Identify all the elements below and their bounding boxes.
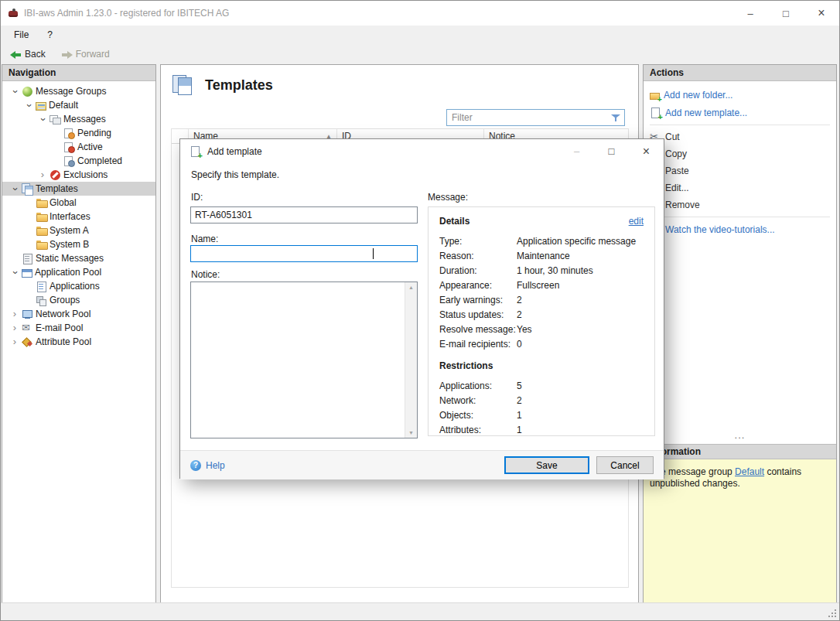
tree-item-e-mail-pool[interactable]: ›E-mail Pool [2, 321, 155, 335]
minimize-icon[interactable]: – [732, 1, 768, 26]
detail-value: 0 [517, 339, 522, 350]
maximize-icon[interactable]: □ [768, 1, 804, 26]
templates-icon [22, 183, 33, 195]
scroll-up-icon[interactable] [408, 285, 414, 290]
add-folder-icon [650, 93, 660, 100]
tree-item-completed[interactable]: Completed [2, 154, 155, 168]
navigation-panel: Navigation ›Message Groups›Default›Messa… [2, 64, 156, 603]
tree-item-templates[interactable]: ›Templates [2, 182, 155, 196]
tree-item-label: Global [50, 197, 77, 208]
tree-item-label: E-mail Pool [36, 322, 83, 333]
tree-item-label: Completed [77, 155, 122, 166]
tree-item-static-messages[interactable]: Static Messages [2, 251, 155, 265]
chevron-down-icon[interactable]: › [9, 184, 21, 193]
tree-item-label: Messages [63, 114, 106, 125]
tree-item-message-groups[interactable]: ›Message Groups [2, 84, 155, 98]
dialog-close-icon[interactable]: × [629, 139, 664, 163]
tree-item-label: Templates [36, 183, 78, 194]
panel-splitter[interactable]: ... [644, 432, 836, 441]
tree-item-messages[interactable]: ›Messages [2, 112, 155, 126]
chevron-down-icon[interactable]: › [37, 114, 49, 124]
action-cut[interactable]: Cut [644, 128, 836, 145]
tree-item-exclusions[interactable]: ›Exclusions [2, 168, 155, 182]
restrictions-header: Restrictions [439, 360, 644, 371]
action-remove[interactable]: Remove [644, 196, 836, 213]
cancel-button[interactable]: Cancel [596, 456, 654, 474]
resize-grip[interactable] [827, 608, 836, 617]
text-caret [373, 248, 374, 259]
notice-textarea[interactable] [190, 281, 418, 438]
tree-item-label: Active [77, 142, 103, 152]
tree-item-label: Network Pool [36, 309, 90, 319]
id-label: ID: [191, 192, 203, 203]
action-edit[interactable]: Edit... [644, 179, 836, 196]
info-default-link[interactable]: Default [735, 466, 764, 477]
forward-label: Forward [76, 49, 110, 60]
action-add-new-folder[interactable]: Add new folder... [644, 86, 836, 104]
dialog-maximize-icon[interactable]: □ [594, 139, 629, 163]
tree-item-network-pool[interactable]: ›Network Pool [2, 307, 155, 321]
tree-item-pending[interactable]: Pending [2, 126, 155, 140]
help-link[interactable]: Help [190, 460, 225, 471]
detail-label: Applications: [439, 380, 517, 391]
chevron-down-icon[interactable]: › [23, 101, 35, 110]
separator [650, 217, 830, 217]
tree-item-label: Groups [50, 295, 80, 305]
chevron-down-icon[interactable]: › [9, 268, 21, 277]
action-copy[interactable]: Copy [644, 145, 836, 162]
chevron-down-icon[interactable]: › [9, 87, 21, 96]
detail-row: Duration:1 hour, 30 minutes [439, 263, 644, 278]
action-paste[interactable]: Paste [644, 162, 836, 179]
tree-item-interfaces[interactable]: Interfaces [2, 210, 155, 223]
action-label: Cut [665, 131, 680, 142]
detail-label: Status updates: [439, 309, 517, 320]
tree-item-groups[interactable]: Groups [2, 293, 155, 307]
name-field[interactable] [190, 245, 418, 262]
dialog-minimize-icon[interactable]: – [559, 139, 594, 163]
forward-button[interactable]: Forward [56, 47, 114, 62]
chevron-right-icon[interactable]: › [10, 336, 19, 348]
chevron-right-icon[interactable]: › [38, 169, 47, 181]
scroll-down-icon[interactable] [408, 430, 414, 435]
detail-label: Type: [439, 236, 517, 247]
action-watch-the-video-tutorials[interactable]: Watch the video-tutorials... [644, 220, 836, 238]
close-icon[interactable]: × [804, 1, 839, 26]
detail-row: E-mail recipients:0 [439, 336, 644, 351]
detail-value: 2 [517, 309, 522, 320]
tree-item-label: Message Groups [36, 86, 106, 97]
tree-item-system-b[interactable]: System B [2, 237, 155, 251]
help-icon [190, 460, 201, 471]
chevron-right-icon[interactable]: › [10, 309, 19, 320]
tree-item-global[interactable]: Global [2, 196, 155, 210]
information-header: Information [644, 444, 836, 459]
save-button[interactable]: Save [504, 456, 589, 474]
tree-item-attribute-pool[interactable]: ›Attribute Pool [2, 335, 155, 349]
detail-value: Application specific message [517, 236, 636, 247]
tree-item-active[interactable]: Active [2, 140, 155, 154]
filter-input[interactable] [447, 112, 610, 123]
tree-item-applications[interactable]: Applications [2, 279, 155, 293]
menu-help[interactable]: ? [40, 27, 60, 43]
detail-label: Early warnings: [439, 295, 517, 305]
filter-box [446, 109, 625, 126]
window-title: IBI-aws Admin 1.23.0 - registered for IB… [24, 8, 229, 19]
edit-link[interactable]: edit [629, 216, 644, 227]
detail-row: Type:Application specific message [439, 234, 644, 248]
statusbar [1, 602, 839, 620]
dialog-footer: Help Save Cancel [180, 450, 664, 479]
filter-funnel-icon[interactable] [610, 112, 622, 124]
notice-scrollbar[interactable] [405, 282, 417, 438]
chevron-right-icon[interactable]: › [10, 322, 19, 334]
page-title: Templates [205, 77, 273, 94]
tree-item-default[interactable]: ›Default [2, 98, 155, 112]
menu-file[interactable]: File [7, 27, 36, 43]
attribute-pool-icon [22, 336, 33, 348]
detail-row: Attributes:1 [439, 422, 644, 436]
actions-header: Actions [644, 65, 836, 81]
back-button[interactable]: Back [5, 47, 50, 62]
window-controls: – □ × [732, 1, 839, 26]
tree-item-application-pool[interactable]: ›Application Pool [2, 265, 155, 279]
action-add-new-template[interactable]: Add new template... [644, 104, 836, 121]
tree-item-system-a[interactable]: System A [2, 223, 155, 237]
id-field[interactable] [190, 206, 418, 223]
